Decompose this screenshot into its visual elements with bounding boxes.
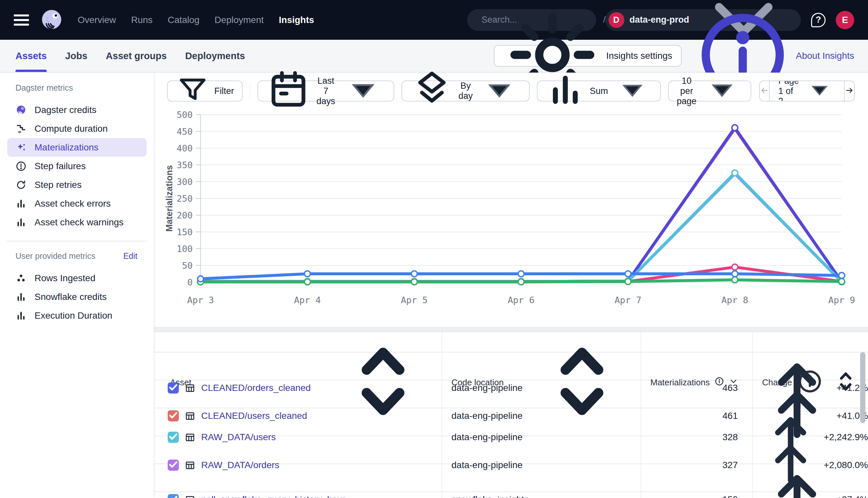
date-range-button[interactable]: Last 7 days <box>257 80 394 102</box>
nav-item-catalog[interactable]: Catalog <box>168 15 200 25</box>
edit-metrics-link[interactable]: Edit <box>123 251 138 261</box>
svg-text:250: 250 <box>177 194 193 204</box>
sidebar-item-snowflake-credits[interactable]: Snowflake credits <box>0 287 154 306</box>
table-header: Asset Code location Materializations Cha… <box>154 332 868 353</box>
toolbar-divider <box>250 83 250 99</box>
caret-down-icon <box>477 68 521 114</box>
svg-text:150: 150 <box>177 227 193 237</box>
insights-settings-button[interactable]: Insights settings <box>494 45 681 67</box>
prev-page-button[interactable] <box>760 81 769 101</box>
bars-icon <box>15 291 27 303</box>
sidebar-item-asset-check-errors[interactable]: Asset check errors <box>0 194 154 213</box>
sidebar-item-label: Dagster credits <box>35 105 96 115</box>
nav-item-insights[interactable]: Insights <box>279 15 314 25</box>
sparkles-icon <box>15 142 27 153</box>
sidebar-item-dagster-credits[interactable]: Dagster credits <box>0 101 154 119</box>
code-location-cell: data-eng-pipeline <box>442 492 641 498</box>
svg-text:350: 350 <box>177 160 193 170</box>
svg-text:450: 450 <box>177 127 193 137</box>
table-row-partial: CLEANED/… data-eng-pipeline 47 +1,000.0% <box>154 492 868 498</box>
sidebar-item-label: Step retries <box>35 180 81 190</box>
arrow-up-icon <box>763 492 818 498</box>
layers-icon <box>410 68 454 114</box>
caret-down-icon <box>341 67 386 115</box>
primary-nav: OverviewRunsCatalogDeploymentInsights <box>78 15 314 25</box>
arrow-right-icon <box>845 86 854 96</box>
next-page-button[interactable] <box>845 81 854 101</box>
sidebar-item-step-failures[interactable]: Step failures <box>0 157 154 175</box>
materializations-chart: 050100150200250300350400450500Apr 3Apr 4… <box>154 107 868 327</box>
svg-text:Materializations: Materializations <box>164 165 174 232</box>
change-cell: +1,000.0% <box>753 492 868 498</box>
dagster-logo-icon[interactable] <box>39 7 64 33</box>
per-page-button[interactable]: 10 per page <box>668 80 751 102</box>
tab-asset-groups[interactable]: Asset groups <box>106 40 167 72</box>
nav-item-deployment[interactable]: Deployment <box>215 15 264 25</box>
table-row: poll_snowflake_query_history_hour snowfl… <box>154 464 868 492</box>
table-scrollbar[interactable] <box>860 352 865 423</box>
filter-button[interactable]: Filter <box>167 80 243 102</box>
svg-text:50: 50 <box>182 261 193 271</box>
svg-text:Apr 5: Apr 5 <box>401 295 427 305</box>
sidebar-section-title: Dagster metrics <box>15 83 73 93</box>
pagination: Page 1 of 2 <box>759 80 855 102</box>
tab-jobs[interactable]: Jobs <box>65 40 88 72</box>
sidebar-item-label: Asset check errors <box>35 198 111 209</box>
sidebar-item-label: Execution Duration <box>35 311 113 321</box>
sidebar-item-compute-duration[interactable]: Compute duration <box>0 119 154 138</box>
sidebar-item-label: Asset check warnings <box>35 217 124 228</box>
sidebar-item-label: Materializations <box>35 142 99 153</box>
arrow-left-icon <box>760 86 769 96</box>
sidebar-item-label: Snowflake credits <box>35 292 106 302</box>
table-body: CLEANED/orders_cleaned data-eng-pipeline… <box>154 353 868 498</box>
menu-icon[interactable] <box>14 14 29 26</box>
svg-text:200: 200 <box>177 210 193 220</box>
sidebar-item-step-retries[interactable]: Step retries <box>0 175 154 194</box>
filter-icon <box>176 73 210 109</box>
page-select[interactable]: Page 1 of 2 <box>769 81 845 101</box>
bars-icon <box>15 198 27 209</box>
caret-down-icon <box>613 70 652 112</box>
table-row: CLEANED/users_cleaned data-eng-pipeline … <box>154 380 868 408</box>
nav-item-runs[interactable]: Runs <box>131 15 153 25</box>
tab-assets[interactable]: Assets <box>15 40 47 72</box>
bars-icon <box>15 310 27 321</box>
dots-icon <box>15 273 27 284</box>
sidebar-item-rows-ingested[interactable]: Rows Ingested <box>0 269 154 287</box>
sidebar-item-asset-check-warnings[interactable]: Asset check warnings <box>0 213 154 232</box>
svg-text:Apr 4: Apr 4 <box>294 295 321 305</box>
svg-text:0: 0 <box>188 277 193 287</box>
table-row: RAW_DATA/users data-eng-pipeline 328 +2,… <box>154 408 868 436</box>
table-row: CLEANED/orders_cleaned data-eng-pipeline… <box>154 353 868 380</box>
nav-item-overview[interactable]: Overview <box>78 15 116 25</box>
table-gap <box>154 327 868 331</box>
svg-text:500: 500 <box>177 110 193 120</box>
svg-text:100: 100 <box>177 244 193 254</box>
chart-toolbar: Filter Last 7 days By day Sum 10 per pag <box>154 73 868 107</box>
sidebar-item-execution-duration[interactable]: Execution Duration <box>0 306 154 325</box>
timer-icon <box>15 123 27 134</box>
org-avatar: D <box>609 12 624 28</box>
octopus-icon <box>15 104 27 116</box>
assets-table: Asset Code location Materializations Cha… <box>154 331 868 498</box>
table-row: RAW_DATA/orders data-eng-pipeline 327 +2… <box>154 436 868 464</box>
sidebar-section-title: User provided metrics <box>15 251 95 261</box>
caret-down-icon <box>804 80 835 102</box>
svg-text:300: 300 <box>177 177 193 187</box>
svg-text:Apr 8: Apr 8 <box>722 295 748 305</box>
org-name: data-eng-prod <box>630 15 689 25</box>
caret-down-icon <box>701 69 743 113</box>
aggregation-button[interactable]: Sum <box>537 80 661 102</box>
tab-deployments[interactable]: Deployments <box>185 40 245 72</box>
svg-text:Apr 7: Apr 7 <box>614 295 641 305</box>
materializations-cell: 47 <box>641 492 753 498</box>
refresh-icon <box>15 179 27 191</box>
granularity-button[interactable]: By day <box>401 80 530 102</box>
svg-text:Apr 3: Apr 3 <box>187 295 214 305</box>
calendar-icon <box>266 67 311 115</box>
sidebar-item-label: Step failures <box>35 161 86 171</box>
svg-text:Apr 9: Apr 9 <box>828 295 855 305</box>
svg-text:Apr 6: Apr 6 <box>508 295 534 305</box>
sidebar-item-materializations[interactable]: Materializations <box>7 138 146 157</box>
bars-icon <box>15 217 27 228</box>
